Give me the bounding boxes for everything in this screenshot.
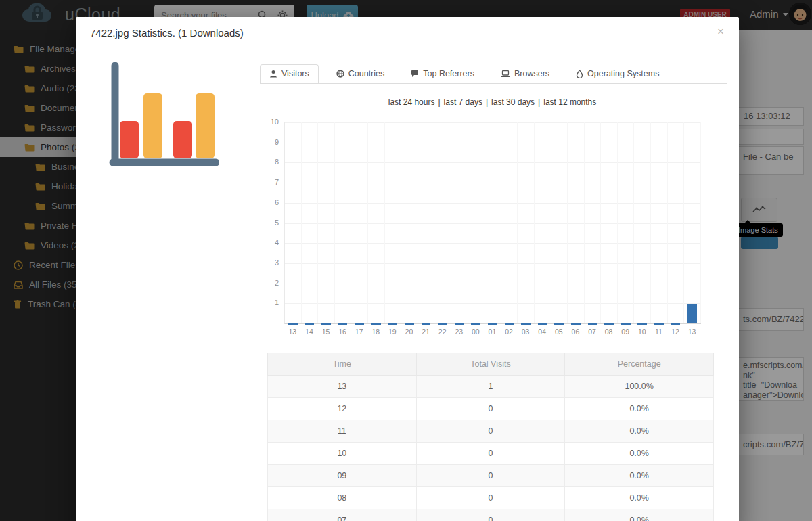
chart-column (385, 122, 402, 323)
tab-label: Top Referrers (423, 69, 474, 78)
chart-bar (471, 323, 480, 325)
chart-x-axis: 1314151617181920212223000102030405060708… (284, 327, 700, 336)
x-tick-label: 00 (468, 327, 484, 336)
chart-column (501, 122, 518, 323)
x-tick-label: 16 (334, 327, 351, 336)
chart-bar (637, 323, 647, 325)
table-cell: 0.0% (565, 465, 714, 487)
tab-top-referrers[interactable]: Top Referrers (402, 64, 483, 83)
chart-column (285, 122, 302, 323)
x-tick-label: 03 (517, 327, 534, 336)
table-header-cell: Total Visits (416, 353, 565, 376)
x-tick-label: 04 (534, 327, 551, 336)
app-root: uCloud Search your files Upload (0, 0, 812, 521)
tab-browsers[interactable]: Browsers (492, 64, 558, 83)
table-row: 1000.0% (268, 443, 714, 465)
x-tick-label: 19 (384, 327, 401, 336)
chart-column (468, 122, 485, 323)
x-tick-label: 11 (650, 327, 667, 336)
y-tick-label: 5 (261, 219, 279, 227)
table-row: 1200.0% (268, 398, 714, 420)
table-cell: 0.0% (565, 443, 714, 465)
x-tick-label: 21 (418, 327, 434, 336)
bar-chart-illustration (108, 62, 219, 168)
table-cell: 08 (268, 487, 417, 509)
chart-bar (371, 323, 381, 325)
chart-column (684, 122, 701, 323)
table-cell: 0 (416, 465, 565, 487)
table-cell: 0.0% (565, 509, 714, 521)
table-cell: 10 (268, 443, 417, 465)
chart-column (535, 122, 551, 323)
chart-column (601, 122, 618, 323)
table-cell: 0.0% (565, 420, 714, 443)
x-tick-label: 15 (317, 327, 334, 336)
y-tick-label: 4 (261, 238, 279, 246)
table-cell: 0 (416, 420, 565, 443)
chart-column (518, 122, 535, 323)
table-cell: 07 (268, 509, 417, 521)
x-tick-label: 18 (367, 327, 384, 336)
chart-column (418, 122, 435, 323)
period-link-last-12-months[interactable]: last 12 months (543, 97, 596, 107)
close-icon[interactable]: × (717, 26, 724, 37)
y-tick-label: 7 (261, 178, 279, 186)
chart-bar (338, 323, 348, 325)
chart-bar (438, 323, 447, 325)
modal-header: 7422.jpg Statistics. (1 Downloads) × (76, 17, 739, 49)
y-tick-label: 10 (261, 118, 279, 126)
chart-bar (505, 323, 514, 325)
period-link-last-30-days[interactable]: last 30 days (491, 97, 535, 107)
stats-tabbar: Visitors Countries Top Referrers (260, 64, 727, 84)
globe-icon (336, 70, 344, 78)
chart-bar (488, 323, 497, 325)
chart-bar (554, 323, 564, 325)
period-link-last-7-days[interactable]: last 7 days (444, 97, 482, 107)
x-tick-label: 20 (401, 327, 418, 336)
table-cell: 13 (268, 376, 417, 398)
chart-bar (388, 323, 398, 325)
x-tick-label: 08 (600, 327, 617, 336)
x-tick-label: 23 (451, 327, 468, 336)
chart-column (401, 122, 418, 323)
table-header-cell: Percentage (565, 353, 714, 376)
tab-label: Browsers (514, 69, 549, 78)
chart-bar (671, 323, 681, 325)
table-row: 1100.0% (268, 420, 714, 443)
chart-bar (321, 323, 331, 325)
separator: | (538, 97, 540, 107)
separator: | (486, 97, 488, 107)
table-cell: 0 (416, 487, 565, 509)
tab-label: Countries (348, 69, 385, 78)
visitors-bar-chart (284, 122, 701, 324)
chart-column (335, 122, 352, 323)
table-cell: 0.0% (565, 487, 714, 509)
tab-label: Visitors (281, 69, 309, 78)
chart-column (451, 122, 468, 323)
chart-column (568, 122, 585, 323)
chart-bar (687, 304, 697, 323)
table-cell: 0.0% (565, 398, 714, 420)
x-tick-label: 02 (501, 327, 518, 336)
x-tick-label: 22 (434, 327, 451, 336)
y-tick-label: 9 (261, 138, 279, 146)
chart-bar (422, 323, 431, 325)
tab-visitors[interactable]: Visitors (260, 64, 319, 83)
x-tick-label: 13 (284, 327, 301, 336)
tab-operating-systems[interactable]: Operating Systems (567, 64, 668, 83)
table-cell: 1 (416, 376, 565, 398)
x-tick-label: 01 (484, 327, 501, 336)
table-cell: 0 (416, 509, 565, 521)
x-tick-label: 14 (301, 327, 318, 336)
table-cell: 12 (268, 398, 417, 420)
chart-column (668, 122, 685, 323)
period-link-last-24-hours[interactable]: last 24 hours (388, 97, 435, 107)
chart-column (634, 122, 651, 323)
tab-countries[interactable]: Countries (328, 64, 394, 83)
chart-bar (455, 323, 464, 325)
chart-column (618, 122, 635, 323)
table-cell: 0 (416, 398, 565, 420)
os-penguin-icon (576, 70, 583, 78)
period-links: last 24 hours|last 7 days|last 30 days|l… (284, 97, 700, 107)
comment-icon (411, 70, 419, 78)
